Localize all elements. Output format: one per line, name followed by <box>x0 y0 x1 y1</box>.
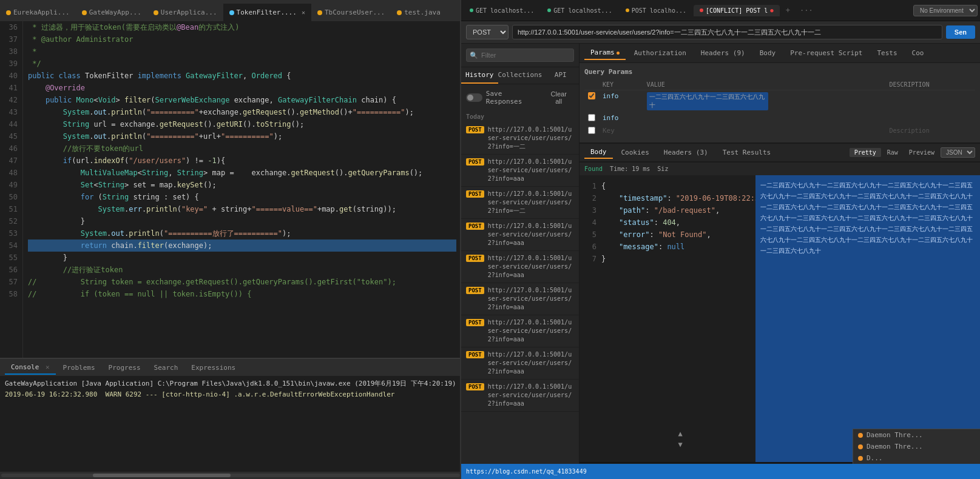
url-input[interactable] <box>512 25 942 39</box>
send-button[interactable]: Sen <box>946 25 975 39</box>
json-view[interactable]: 1{ 2 "timestamp": "2019-06-19T08:22:32 3… <box>580 175 755 462</box>
thread-item: Daemon Thre... <box>853 429 980 441</box>
list-item[interactable]: POST http://127.0.0.1:5001/user-service/… <box>461 347 579 380</box>
row-checkbox[interactable] <box>588 114 595 121</box>
list-item[interactable]: POST http://127.0.0.1:5001/user-service/… <box>461 122 579 155</box>
filter-icon <box>229 10 234 15</box>
console-tab[interactable]: Console ✕ <box>5 361 56 375</box>
filter-input[interactable] <box>466 49 574 62</box>
pretty-tab[interactable]: Pretty <box>850 148 881 157</box>
json-line: 1{ <box>584 180 751 192</box>
req-tab-get1[interactable]: GET localhost... <box>464 5 540 16</box>
headers-tab[interactable]: Headers (9) <box>695 47 751 59</box>
tab-close-icon[interactable]: ✕ <box>302 9 305 16</box>
code-line: } <box>28 252 456 264</box>
scroll-up-button[interactable]: ▲ <box>678 429 682 438</box>
console-warn-line: 2019-06-19 16:22:32.980 WARN 6292 --- [c… <box>5 389 456 400</box>
tab-testjava[interactable]: test.java <box>391 3 447 21</box>
problems-tab[interactable]: Problems <box>57 361 101 374</box>
method-badge: POST <box>466 126 484 133</box>
thread-label: Daemon Thre... <box>867 431 923 439</box>
scroll-down-button[interactable]: ▼ <box>678 440 682 449</box>
tab-userapplication[interactable]: UserApplica... <box>147 3 223 21</box>
format-select[interactable]: JSON <box>941 147 975 158</box>
collections-tab[interactable]: Collections <box>498 67 542 84</box>
cookies-tab[interactable]: Cookies <box>615 147 655 158</box>
postman-area: GET localhost... GET localhost... POST l… <box>461 0 980 479</box>
headers-response-tab[interactable]: Headers (3) <box>658 147 714 158</box>
code-line: * <box>28 45 456 58</box>
json-line: 5 "error": "Not Found", <box>584 229 751 241</box>
editor-tab-bar: EurekaAppli... GateWayApp... UserApplica… <box>0 0 461 21</box>
list-item[interactable]: POST http://127.0.0.1:5001/user-service/… <box>461 283 579 315</box>
thread-dot <box>858 444 863 449</box>
code-line: Set<String> set = map.keySet(); <box>28 179 456 191</box>
params-tab[interactable]: Params <box>584 46 626 60</box>
json-line: 2 "timestamp": "2019-06-19T08:22:32 <box>584 192 751 204</box>
method-badge: POST <box>466 319 484 326</box>
code-line: * 过滤器，用于验证token(需要在启动类以@Bean的方式注入) <box>28 21 456 33</box>
req-tab-conflict[interactable]: [CONFLICT] POST l ● <box>694 5 780 16</box>
preview-tab[interactable]: Preview <box>904 148 939 157</box>
browser-bar: https://blog.csdn.net/qq_41833449 <box>461 464 980 479</box>
horizontal-scrollbar[interactable] <box>0 472 461 479</box>
scrollbar-thumb <box>93 474 231 477</box>
code-line: * @author Administrator <box>28 33 456 45</box>
close-icon[interactable]: ✕ <box>46 363 50 371</box>
method-select[interactable]: POST GET PUT DELETE <box>466 25 509 39</box>
row-checkbox[interactable] <box>588 92 595 99</box>
expressions-tab[interactable]: Expressions <box>185 361 242 374</box>
tab-tokenfilter[interactable]: TokenFilter.... ✕ <box>223 3 311 21</box>
tab-tbcourse[interactable]: TbCourseUser... <box>311 3 391 21</box>
tests-tab[interactable]: Tests <box>871 47 903 59</box>
req-tab-post1[interactable]: POST localho... <box>620 5 692 16</box>
history-tab[interactable]: History <box>461 67 498 84</box>
method-badge: POST <box>466 190 484 198</box>
json-line: 3 "path": "/bad-request", <box>584 204 751 216</box>
list-item[interactable]: POST http://127.0.0.1:5001/user-service/… <box>461 187 579 219</box>
authorization-tab[interactable]: Authorization <box>628 47 692 59</box>
value-cell: 一二三四五六七八九十一二三四五六七八九十 <box>647 92 768 110</box>
raw-tab[interactable]: Raw <box>882 148 903 157</box>
tab-gateway[interactable]: GateWayApp... <box>76 3 147 21</box>
table-row: info <box>584 112 975 125</box>
more-tabs-button[interactable]: ··· <box>796 4 817 17</box>
search-icon: 🔍 <box>470 52 478 59</box>
console-line: GateWayApplication [Java Application] C:… <box>5 378 456 389</box>
url-bar: POST GET PUT DELETE Sen <box>461 21 980 44</box>
req-tab-get2[interactable]: GET localhost... <box>541 5 618 16</box>
prerequest-tab[interactable]: Pre-request Script <box>784 47 868 59</box>
search-tab[interactable]: Search <box>148 361 184 374</box>
thread-label: D... <box>867 454 883 462</box>
environment-select[interactable]: No Environment <box>913 5 978 16</box>
list-item[interactable]: POST http://127.0.0.1:5001/user-service/… <box>461 155 579 187</box>
list-item[interactable]: POST http://127.0.0.1:5001/user-service/… <box>461 219 579 251</box>
save-responses-toggle[interactable] <box>466 93 482 102</box>
row-checkbox[interactable] <box>588 127 595 134</box>
code-line: System.out.println("=========="+exchange… <box>28 106 456 118</box>
list-item[interactable]: POST http://127.0.0.1:5001/user-service/… <box>461 380 579 412</box>
get-method-dot <box>470 8 473 12</box>
bottom-panel: Console ✕ Problems Progress Search Expre… <box>0 358 461 479</box>
test-results-tab[interactable]: Test Results <box>717 147 777 158</box>
list-item[interactable]: POST http://127.0.0.1:5001/user-service/… <box>461 251 579 283</box>
value-panel[interactable]: 一二三四五六七八九十一二三四五六七八九十一二三四五六七八九十一二三四五六七八九十… <box>755 175 980 462</box>
bottom-tabs: Console ✕ Problems Progress Search Expre… <box>0 359 461 376</box>
tab-label: POST localho... <box>632 7 686 14</box>
api-tab[interactable]: API <box>542 67 579 84</box>
code-line: public Mono<Void> filter(ServerWebExchan… <box>28 94 456 106</box>
add-tab-button[interactable]: + <box>781 4 795 17</box>
body-tab[interactable]: Body <box>754 47 782 59</box>
params-dot <box>617 52 620 55</box>
progress-tab[interactable]: Progress <box>103 361 147 374</box>
code-line: MultiValueMap<String, String> map = exch… <box>28 167 456 179</box>
clear-all-button[interactable]: Clear all <box>543 88 574 107</box>
body-response-tab[interactable]: Body <box>584 146 613 159</box>
java-icon <box>397 10 402 15</box>
list-item[interactable]: POST http://127.0.0.1:5001/user-service/… <box>461 315 579 347</box>
tab-label: EurekaAppli... <box>13 8 70 16</box>
tab-eureka[interactable]: EurekaAppli... <box>0 3 76 21</box>
response-tabs: Body Cookies Headers (3) Test Results Pr… <box>580 144 980 162</box>
coo-tab[interactable]: Coo <box>906 47 930 59</box>
save-responses-row: Save Responses Clear all <box>461 84 579 111</box>
